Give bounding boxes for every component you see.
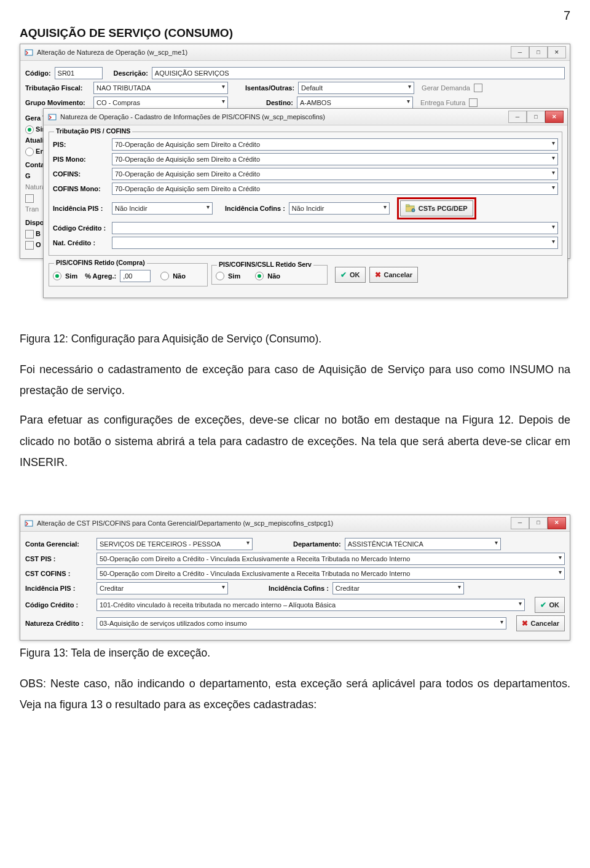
maximize-button[interactable]: □ (529, 517, 548, 529)
cancel-button-2[interactable]: ✖ Cancelar (516, 615, 565, 631)
radio-retido-compra-sim[interactable] (53, 272, 61, 280)
radio-ent[interactable] (25, 148, 34, 156)
label-cofins-mono: COFINS Mono: (53, 185, 108, 192)
label-tributacao: Tributação Fiscal: (25, 84, 90, 92)
close-button[interactable]: ✕ (548, 517, 566, 529)
svg-rect-3 (406, 205, 409, 207)
label-grupo: Grupo Movimento: (25, 99, 90, 106)
select-incidencia-pis-2[interactable]: Creditar (96, 582, 228, 594)
minimize-button[interactable]: ─ (511, 517, 529, 529)
title-text: Alteração de Natureza de Operação (w_scp… (37, 49, 187, 56)
cancel-button[interactable]: ✖ Cancelar (369, 267, 418, 283)
minimize-button[interactable]: ─ (511, 46, 529, 58)
label-incidencia-pis: Incidência PIS : (53, 205, 108, 212)
checkbox-gerar-demanda[interactable] (474, 84, 482, 92)
minimize-button[interactable]: ─ (508, 111, 527, 123)
select-cofins[interactable]: 70-Operação de Aquisição sem Direito a C… (112, 168, 558, 180)
select-tributacao[interactable]: NAO TRIBUTADA (93, 82, 228, 94)
close-button[interactable]: ✕ (545, 111, 564, 123)
label-codigo-credito: Código Crédito : (53, 224, 108, 232)
group-retido-serv: PIS/COFINS/CSLL Retido Serv Sim Não (211, 265, 328, 285)
label-cofins: COFINS: (53, 170, 108, 178)
select-incidencia-cofins-2[interactable]: Creditar (332, 582, 464, 594)
group-tributacao-pis-cofins: Tributação PIS / COFINS PIS: 70-Operação… (49, 132, 562, 256)
highlighted-csts-button-wrapper: CSTs PCG/DEP (397, 197, 476, 219)
svg-point-4 (412, 209, 415, 212)
figure-13-screenshot: Alteração de CST PIS/COFINS para Conta G… (20, 515, 570, 641)
label-entrega-futura: Entrega Futura (420, 99, 465, 106)
window-icon (47, 112, 57, 122)
maximize-button[interactable]: □ (527, 111, 545, 123)
label-pis-mono: PIS Mono: (53, 156, 108, 163)
radio-retido-serv-sim[interactable] (216, 272, 224, 280)
label-codigo: Código: (25, 69, 51, 77)
title-text: Alteração de CST PIS/COFINS para Conta G… (37, 519, 333, 527)
paragraph-instrucoes: Para efetuar as configurações de exceçõe… (20, 409, 570, 473)
select-nat-credito[interactable] (112, 237, 558, 249)
select-cst-pis[interactable]: 50-Operação com Direito a Crédito - Vinc… (96, 553, 565, 565)
titlebar-front: Natureza de Operação - Cadastro de Infor… (44, 109, 567, 125)
window-icon (24, 48, 33, 57)
label-cst-pis: CST PIS : (25, 555, 93, 562)
select-pis[interactable]: 70-Operação de Aquisição sem Direito a C… (112, 138, 558, 151)
select-conta-gerencial[interactable]: SERVIÇOS DE TERCEIROS - PESSOA (96, 538, 253, 550)
csts-pcg-dep-button[interactable]: CSTs PCG/DEP (400, 200, 473, 216)
radio-retido-compra-nao[interactable] (160, 272, 169, 280)
select-departamento[interactable]: ASSISTÊNCIA TÉCNICA (345, 538, 501, 550)
title-text: Natureza de Operação - Cadastro de Infor… (60, 113, 325, 120)
label-codigo-credito-2: Código Crédito : (25, 601, 93, 609)
page-number: 7 (20, 9, 570, 23)
check-icon: ✔ (340, 270, 347, 279)
checkbox-tran[interactable] (25, 194, 34, 203)
select-codigo-credito[interactable] (112, 222, 558, 234)
checkbox-entrega-futura[interactable] (469, 98, 478, 107)
titlebar-cst: Alteração de CST PIS/COFINS para Conta G… (20, 515, 570, 532)
select-cst-cofins[interactable]: 50-Operação com Direito a Crédito - Vinc… (96, 567, 565, 580)
figure-13-caption: Figura 13: Tela de inserção de exceção. (20, 647, 570, 660)
input-descricao[interactable]: AQUISIÇÃO SERVIÇOS (152, 67, 565, 79)
label-descricao: Descrição: (114, 69, 148, 77)
select-cofins-mono[interactable]: 70-Operação de Aquisição sem Direito a C… (112, 183, 558, 195)
input-agreg[interactable]: ,00 (120, 270, 151, 282)
select-pis-mono[interactable]: 70-Operação de Aquisição sem Direito a C… (112, 153, 558, 165)
maximize-button[interactable]: □ (529, 46, 548, 58)
select-incidencia-cofins[interactable]: Não Incidir (289, 202, 390, 215)
figure-12-caption: Figura 12: Configuração para Aquisição d… (20, 333, 570, 345)
label-gerar-demanda: Gerar Demanda (422, 84, 470, 92)
ok-button-2[interactable]: ✔ OK (535, 597, 565, 613)
paragraph-intro: Foi necessário o cadastramento de exceçã… (20, 359, 570, 401)
input-codigo[interactable]: SR01 (55, 67, 103, 79)
select-isentas[interactable]: Default (298, 82, 414, 94)
cancel-icon: ✖ (375, 270, 381, 279)
titlebar-back: Alteração de Natureza de Operação (w_scp… (20, 44, 570, 61)
label-conta-gerencial: Conta Gerencial: (25, 540, 93, 548)
label-incidencia-cofins: Incidência Cofins : (269, 585, 329, 592)
label-natureza-credito: Natureza Crédito : (25, 620, 93, 627)
radio-sim[interactable] (25, 125, 34, 134)
window-alteracao-cst: Alteração de CST PIS/COFINS para Conta G… (20, 515, 570, 641)
radio-retido-serv-nao[interactable] (255, 272, 264, 280)
select-destino[interactable]: A-AMBOS (297, 97, 413, 109)
cancel-icon: ✖ (522, 619, 528, 628)
select-natureza-credito[interactable]: 03-Aquisição de serviços utilizados como… (96, 617, 506, 629)
figure-12-screenshot: Alteração de Natureza de Operação (w_scp… (20, 44, 570, 326)
window-icon (24, 518, 33, 527)
paragraph-obs: OBS: Neste caso, não indicando o departa… (20, 673, 570, 715)
label-incidencia-cofins: Incidência Cofins : (225, 205, 285, 212)
select-codigo-credito-2[interactable]: 101-Crédito vinculado à receita tributad… (96, 599, 525, 611)
label-incidencia-pis: Incidência PIS : (25, 585, 93, 592)
select-incidencia-pis[interactable]: Não Incidir (112, 202, 213, 215)
check-icon: ✔ (540, 601, 546, 609)
label-isentas: Isentas/Outras: (245, 84, 294, 92)
folder-icon (406, 204, 415, 213)
label-pis: PIS: (53, 141, 108, 148)
label-destino: Destino: (266, 99, 293, 106)
close-button[interactable]: ✕ (548, 46, 566, 58)
select-grupo[interactable]: CO - Compras (93, 97, 228, 109)
ok-button[interactable]: ✔ OK (335, 267, 366, 283)
group-retido-compra: PIS/COFINS Retido (Compra) Sim % Agreg.:… (49, 263, 208, 286)
window-pis-cofins: Natureza de Operação - Cadastro de Infor… (43, 108, 568, 298)
label-nat-credito: Nat. Crédito : (53, 239, 108, 247)
section-heading: AQUISIÇÃO DE SERVIÇO (CONSUMO) (20, 26, 570, 40)
label-cst-cofins: CST COFINS : (25, 570, 93, 577)
